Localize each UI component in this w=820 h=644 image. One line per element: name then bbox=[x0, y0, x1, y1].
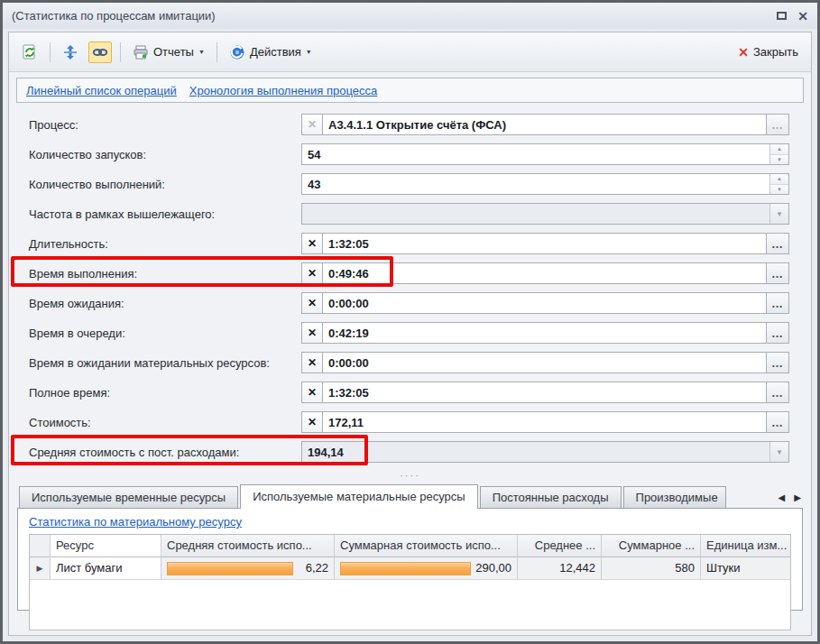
form-row-queue-time: Время в очереди: ✕ … bbox=[29, 322, 811, 344]
cell-unit: Штуки bbox=[701, 557, 790, 580]
reports-label: Отчеты bbox=[153, 45, 194, 59]
form-row-execution-count: Количество выполнений: ▲ ▼ bbox=[29, 173, 811, 195]
actions-label: Действия bbox=[250, 45, 301, 59]
execution-time-field[interactable] bbox=[323, 263, 766, 283]
link-linear-operations[interactable]: Линейный список операций bbox=[26, 84, 177, 97]
dropdown-icon: ▼ bbox=[769, 442, 788, 462]
chain-link-icon bbox=[92, 44, 108, 60]
toolbar: Отчеты ▼ Действия ▼ ✕ Закрыть bbox=[9, 32, 811, 72]
tab-scroll-left-icon[interactable]: ◀ bbox=[779, 492, 786, 502]
material-wait-time-field[interactable] bbox=[323, 353, 766, 373]
link-material-resource-stats[interactable]: Статистика по материальному ресурсу bbox=[29, 515, 242, 529]
clear-icon[interactable]: ✕ bbox=[302, 263, 323, 283]
column-header-total-cost[interactable]: Суммарная стоимость испо... bbox=[335, 535, 518, 557]
column-header-total-qty[interactable]: Суммарное ... bbox=[602, 535, 701, 557]
row-marker-icon: ▶ bbox=[30, 557, 51, 580]
tab-fixed-costs[interactable]: Постоянные расходы bbox=[480, 486, 622, 508]
column-header-unit[interactable]: Единица изм... bbox=[701, 535, 790, 557]
spinner[interactable]: ▲ ▼ bbox=[769, 144, 788, 164]
duration-field[interactable] bbox=[323, 234, 766, 253]
field-label: Время в очереди: bbox=[29, 327, 301, 340]
field-label: Средняя стоимость с пост. расходами: bbox=[29, 446, 301, 459]
app-window: (Статистика по процессам имитации) ✕ bbox=[0, 0, 820, 644]
column-header-resource[interactable]: Ресурс bbox=[51, 535, 161, 557]
ellipsis-button[interactable]: … bbox=[766, 293, 788, 313]
window-close-icon[interactable]: ✕ bbox=[797, 10, 808, 23]
actions-button[interactable]: Действия ▼ bbox=[226, 41, 316, 63]
tab-scroll-right-icon[interactable]: ▶ bbox=[794, 492, 801, 502]
clear-icon[interactable]: ✕ bbox=[302, 382, 323, 402]
avg-cost-with-fixed-field bbox=[302, 442, 769, 462]
grid-empty-area bbox=[30, 580, 790, 630]
printer-icon bbox=[133, 44, 149, 60]
links-panel: Линейный список операций Хронология выпо… bbox=[16, 78, 804, 103]
process-field[interactable] bbox=[323, 115, 766, 134]
field-label: Полное время: bbox=[29, 386, 301, 400]
field-label: Время выполнения: bbox=[29, 267, 301, 281]
fit-height-icon bbox=[62, 44, 78, 60]
window-title: (Статистика по процессам имитации) bbox=[12, 9, 777, 23]
tab-time-resources[interactable]: Используемые временные ресурсы bbox=[19, 486, 238, 508]
clear-icon[interactable]: ✕ bbox=[302, 323, 323, 343]
field-label: Количество запусков: bbox=[29, 148, 301, 161]
ellipsis-button[interactable]: … bbox=[766, 234, 788, 253]
tab-produced[interactable]: Производимые bbox=[623, 486, 726, 508]
field-label: Время ожидания: bbox=[29, 297, 301, 310]
ellipsis-button[interactable]: … bbox=[766, 323, 788, 343]
queue-time-field[interactable] bbox=[323, 323, 766, 343]
form-row-execution-time: Время выполнения: ✕ … bbox=[29, 262, 811, 284]
spin-down-icon[interactable]: ▼ bbox=[770, 185, 788, 195]
spin-down-icon[interactable]: ▼ bbox=[770, 155, 788, 165]
close-x-icon: ✕ bbox=[738, 45, 749, 60]
cell-avg-qty: 12,442 bbox=[518, 557, 602, 580]
wait-time-field[interactable] bbox=[323, 293, 766, 313]
spin-up-icon[interactable]: ▲ bbox=[770, 144, 788, 155]
cell-total-qty: 580 bbox=[602, 557, 701, 580]
spinner[interactable]: ▲ ▼ bbox=[769, 174, 788, 194]
launch-count-field[interactable] bbox=[302, 144, 769, 164]
reports-button[interactable]: Отчеты ▼ bbox=[129, 41, 208, 63]
cost-field[interactable] bbox=[323, 412, 766, 432]
table-row[interactable]: ▶ Лист бумаги 6,22 290,00 12,442 580 Шту… bbox=[30, 557, 790, 580]
splitter-handle[interactable]: ···· bbox=[9, 471, 811, 483]
grid-corner-cell bbox=[30, 535, 51, 557]
column-header-avg-qty[interactable]: Среднее ... bbox=[518, 535, 602, 557]
spin-up-icon[interactable]: ▲ bbox=[770, 174, 788, 185]
ellipsis-button[interactable]: … bbox=[766, 412, 788, 432]
column-header-avg-cost[interactable]: Средняя стоимость испо... bbox=[161, 535, 335, 557]
field-label: Время в ожидании материальных ресурсов: bbox=[29, 356, 301, 370]
statistics-form: Процесс: ✕ … Количество запусков: ▲ ▼ bbox=[9, 103, 811, 463]
field-label: Количество выполнений: bbox=[29, 178, 301, 191]
cell-avg-cost: 6,22 bbox=[161, 557, 335, 580]
form-row-process: Процесс: ✕ … bbox=[29, 114, 811, 135]
chevron-down-icon: ▼ bbox=[306, 49, 312, 55]
window-body: Отчеты ▼ Действия ▼ ✕ Закрыть bbox=[8, 32, 812, 636]
ellipsis-button[interactable]: … bbox=[766, 382, 788, 402]
form-row-launch-count: Количество запусков: ▲ ▼ bbox=[29, 143, 811, 165]
close-button[interactable]: ✕ Закрыть bbox=[734, 42, 802, 62]
clear-icon[interactable]: ✕ bbox=[302, 412, 323, 432]
field-label: Стоимость: bbox=[29, 416, 301, 429]
clear-icon[interactable]: ✕ bbox=[302, 353, 323, 373]
ellipsis-button[interactable]: … bbox=[766, 353, 788, 373]
ellipsis-button[interactable]: … bbox=[766, 263, 788, 283]
tab-material-resources[interactable]: Используемые материальные ресурсы bbox=[240, 484, 477, 509]
clear-icon: ✕ bbox=[302, 115, 323, 134]
form-row-avg-cost-with-fixed: Средняя стоимость с пост. расходами: ▼ bbox=[29, 441, 811, 463]
clear-icon[interactable]: ✕ bbox=[302, 293, 323, 313]
form-row-material-wait-time: Время в ожидании материальных ресурсов: … bbox=[29, 352, 811, 373]
refresh-button[interactable] bbox=[18, 41, 41, 63]
toolbar-separator bbox=[120, 42, 121, 62]
tab-panel-material-resources: Статистика по материальному ресурсу Ресу… bbox=[17, 508, 803, 611]
link-process-chronology[interactable]: Хронология выполнения процесса bbox=[189, 84, 377, 97]
form-row-full-time: Полное время: ✕ … bbox=[29, 382, 811, 403]
actions-globe-icon bbox=[229, 44, 245, 60]
ellipsis-button[interactable]: … bbox=[766, 115, 788, 134]
execution-count-field[interactable] bbox=[302, 174, 769, 194]
field-label: Процесс: bbox=[29, 118, 301, 132]
clear-icon[interactable]: ✕ bbox=[302, 234, 323, 253]
full-time-field[interactable] bbox=[323, 382, 766, 402]
fit-rows-button[interactable] bbox=[59, 41, 82, 63]
maximize-icon[interactable] bbox=[777, 12, 787, 20]
link-toggle-button[interactable] bbox=[88, 41, 112, 63]
